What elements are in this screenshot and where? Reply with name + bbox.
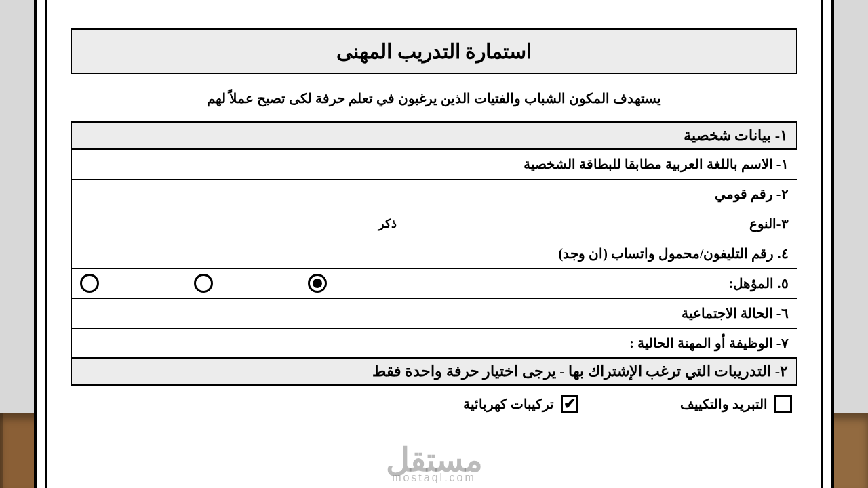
- gender-value: ذكر: [378, 216, 397, 231]
- training-options-row: التبريد والتكييف تركيبات كهربائية: [71, 386, 797, 415]
- field-name-label: ١- الاسم باللغة العربية مطابقا للبطاقة ا…: [71, 149, 797, 179]
- page-border-left: [45, 0, 47, 488]
- qualification-option-2[interactable]: [194, 274, 213, 293]
- field-qualification-options: [71, 268, 557, 298]
- field-phone-label: ٤. رقم التليفون/محمول واتساب (ان وجد): [71, 239, 797, 268]
- qualification-option-3[interactable]: [308, 274, 327, 293]
- form-title-box: استمارة التدريب المهنى: [71, 28, 797, 74]
- form-intro: يستهدف المكون الشباب والفتيات الذين يرغب…: [76, 90, 792, 106]
- stage: استمارة التدريب المهنى يستهدف المكون الش…: [0, 0, 868, 488]
- field-national-id-label: ٢- رقم قومي: [71, 179, 797, 209]
- page-border-right: [821, 0, 823, 488]
- document-sheet: استمارة التدريب المهنى يستهدف المكون الش…: [34, 0, 834, 488]
- form-title: استمارة التدريب المهنى: [79, 39, 789, 63]
- qualification-option-1[interactable]: [80, 274, 99, 293]
- training-option-2-label: تركيبات كهربائية: [463, 396, 554, 412]
- training-option-1-label: التبريد والتكييف: [680, 396, 768, 412]
- checkbox-option-1[interactable]: [774, 395, 792, 413]
- section-2-heading: ٢- التدريبات التي ترغب الإشتراك بها - ير…: [71, 358, 797, 385]
- personal-data-table: ١- بيانات شخصية ١- الاسم باللغة العربية …: [71, 121, 797, 386]
- field-marital-label: ٦- الحالة الاجتماعية: [71, 298, 797, 328]
- field-qualification-label: ٥. المؤهل:: [557, 268, 797, 298]
- section-1-heading: ١- بيانات شخصية: [71, 122, 797, 149]
- field-gender-label: ٣-النوع: [557, 209, 797, 239]
- field-job-label: ٧- الوظيفة أو المهنة الحالية :: [71, 328, 797, 358]
- training-option-2[interactable]: تركيبات كهربائية: [463, 395, 578, 413]
- checkbox-option-2[interactable]: [561, 395, 578, 413]
- gender-blank-line: [232, 228, 374, 228]
- field-gender-value-cell: ذكر: [71, 209, 557, 239]
- training-option-1[interactable]: التبريد والتكييف: [680, 395, 792, 413]
